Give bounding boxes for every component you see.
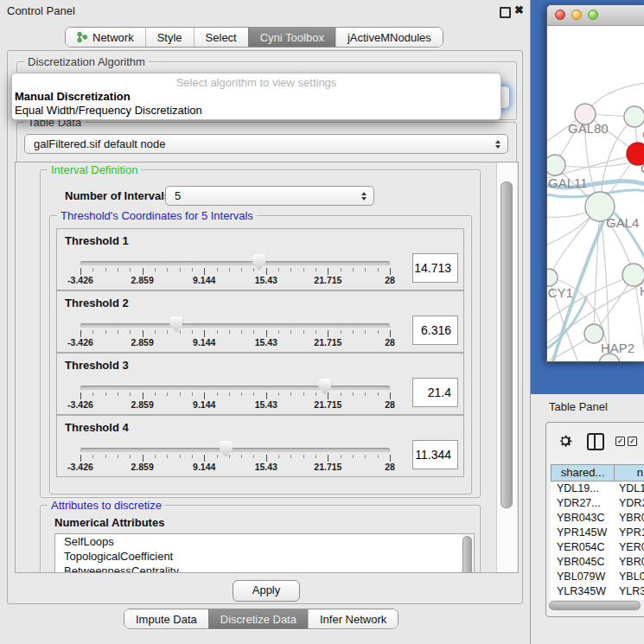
thresholds-group: Threshold's Coordinates for 5 Intervals … [49,215,472,494]
list-scrollbar[interactable] [462,535,473,573]
apply-button[interactable]: Apply [233,580,300,602]
dropdown-placeholder: Select algorithm to view settings [12,76,501,89]
table-row[interactable]: YER054CYER0 [551,540,644,555]
slider-tick-label: 2.859 [117,462,169,472]
threshold-label: Threshold 1 [65,234,129,247]
group-title: Attributes to discretize [48,499,165,512]
tab-label: Cyni Toolbox [260,31,324,44]
slider-major-ticks [80,455,392,462]
horizontal-scrollbar[interactable] [548,600,644,611]
dropdown-option-manual[interactable]: Manual Discretization [15,90,131,103]
list-item[interactable]: TopologicalCoefficient [55,549,474,564]
column-header-name[interactable]: n [615,465,644,481]
slider-track[interactable] [80,323,390,328]
slider-track[interactable] [80,386,390,390]
column-visibility-icon[interactable] [587,433,604,450]
slider-tick-label: -3.426 [54,462,106,472]
control-panel: Control Panel ✖ NetworkStyleSelectCyni T… [0,0,530,644]
table-row[interactable]: YLR345WYLR3 [551,584,644,599]
column-header-shared-name[interactable]: shared... [552,465,615,481]
threshold-value-field[interactable]: 6.316 [412,316,458,345]
checkbox-icon[interactable]: ✓ [628,437,637,446]
attributes-group: Attributes to discretize Numerical Attri… [40,505,481,573]
network-window-titlebar[interactable] [547,5,644,26]
cell-name: YER0 [614,540,644,555]
scrollbar-thumb[interactable] [462,536,472,573]
table-row[interactable]: YBR043CYBR0 [551,511,644,526]
tab-select[interactable]: Select [194,28,248,47]
tab-jactivemnodules[interactable]: jActiveMNodules [335,28,443,47]
algorithm-dropdown-popup: Select algorithm to view settings Manual… [11,73,501,120]
tab-label: Infer Network [320,613,386,626]
cyni-toolbox-panel: Discretization Algorithm Table Data galF… [7,50,523,604]
scrollbar-thumb[interactable] [501,182,513,508]
checkbox-icon[interactable]: ✓ [615,437,625,446]
tab-discretize-data[interactable]: Discretize Data [208,609,308,628]
slider-major-ticks [80,330,392,337]
table-row[interactable]: YDR27...YDR2 [551,496,644,511]
table-row[interactable]: YBR045CYBR0 [551,555,644,570]
table-data-combobox[interactable]: galFiltered.sif default node [24,134,508,154]
threshold-value-field[interactable]: 21.4 [412,378,458,407]
network-node-label: GCY1 [547,285,573,300]
slider-major-ticks [80,392,392,399]
slider-tick-label: 21.715 [302,462,354,472]
zoom-traffic-light-icon[interactable] [588,10,598,20]
cell-shared-name: YBR043C [551,511,614,526]
threshold-label: Threshold 3 [65,359,129,372]
network-canvas[interactable]: GAL80GCGAL11GAL4GCY1HHAP2 [547,25,644,362]
number-of-intervals-label: Number of Intervals [65,186,170,206]
divider [594,435,596,449]
gear-icon[interactable] [558,433,573,449]
scrollbar-thumb[interactable] [549,601,641,610]
slider-tick-label: -3.426 [54,399,106,410]
tab-label: Select [206,31,237,44]
desktop-background: GAL80GCGAL11GAL4GCY1HHAP2 [531,0,644,394]
number-of-intervals-combobox[interactable]: 5 [165,186,374,206]
slider-tick-label: -3.426 [54,275,106,285]
cell-name: YBL0 [614,570,644,584]
float-window-icon[interactable] [500,7,511,18]
slider-track[interactable] [80,261,390,265]
tab-cyni-toolbox[interactable]: Cyni Toolbox [248,28,335,47]
minimize-traffic-light-icon[interactable] [571,10,582,20]
tab-network[interactable]: Network [66,28,145,47]
cell-shared-name: YER054C [551,540,614,555]
group-title: Discretization Algorithm [24,55,149,68]
slider-tick-label: 21.715 [302,275,354,285]
cell-shared-name: YDR27... [551,496,614,511]
cell-name: YLR3 [614,584,644,599]
close-icon[interactable]: ✖ [514,3,524,16]
network-node[interactable] [547,269,558,286]
network-node[interactable] [624,106,644,127]
network-view-window[interactable]: GAL80GCGAL11GAL4GCY1HHAP2 [546,4,644,362]
slider-tick-label: 2.859 [117,275,169,285]
threshold-value-field[interactable]: 14.713 [412,253,458,283]
panel-title: Control Panel [7,0,75,22]
dropdown-option-equal-width[interactable]: Equal Width/Frequency Discretization [15,104,202,117]
tab-impute-data[interactable]: Impute Data [124,609,208,628]
network-node[interactable] [547,155,565,175]
slider-track[interactable] [80,448,390,452]
close-traffic-light-icon[interactable] [555,10,565,20]
numerical-attributes-list[interactable]: SelfLoopsTopologicalCoefficientBetweenne… [54,533,475,573]
table-row[interactable]: YPR145WYPR1 [551,526,644,540]
table-data-group: Table Data galFiltered.sif default node [16,122,517,163]
threshold-panel: Threshold 1-3.4262.8599.14415.4321.71528… [56,228,464,290]
list-item[interactable]: BetweennessCentrality [55,564,474,573]
slider-tick-label: 28 [364,337,416,348]
tab-style[interactable]: Style [145,28,194,47]
top-tab-bar: NetworkStyleSelectCyni ToolboxjActiveMNo… [65,27,443,48]
tab-infer-network[interactable]: Infer Network [308,609,398,628]
cell-name: YBR0 [614,555,644,570]
tab-label: Network [92,31,134,44]
threshold-panel: Threshold 2-3.4262.8599.14415.4321.71528… [56,290,464,353]
table-row[interactable]: YDL19...YDL1 [551,481,644,496]
vertical-scrollbar[interactable] [496,163,517,572]
table-row[interactable]: YBL079WYBL0 [551,570,644,584]
list-item[interactable]: SelfLoops [55,534,474,549]
threshold-panel: Threshold 4-3.4262.8599.14415.4321.71528… [56,415,464,477]
slider-tick-label: 9.144 [178,462,230,472]
threshold-value-field[interactable]: 11.344 [412,440,458,469]
tab-label: Discretize Data [220,613,296,626]
